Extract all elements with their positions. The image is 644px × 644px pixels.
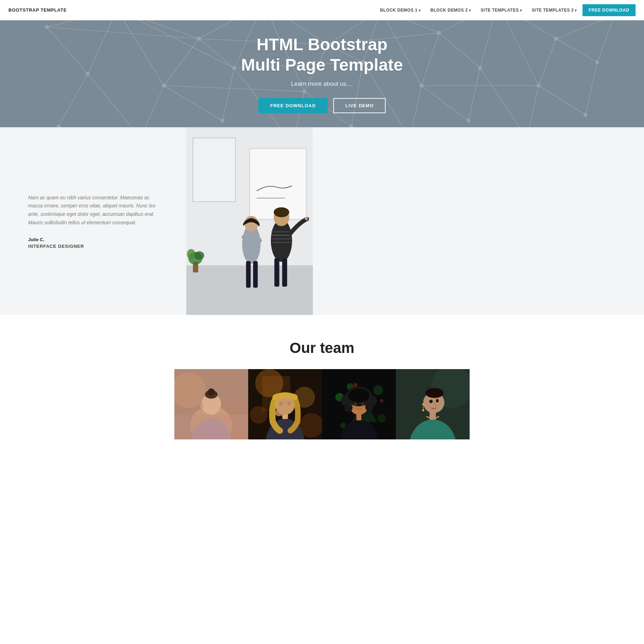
svg-point-113 [200,404,204,408]
svg-line-41 [199,39,234,68]
feature-image-panel [186,127,313,315]
svg-point-134 [353,383,358,387]
svg-point-143 [348,388,369,402]
feature-quote: Nam ac quam eu nibh varius consectetur. … [28,194,165,227]
svg-line-55 [59,74,88,127]
svg-line-40 [164,39,199,85]
svg-point-156 [422,409,424,411]
svg-line-71 [585,62,597,115]
svg-point-92 [274,207,289,217]
hero-live-demo-button[interactable]: LIVE DEMO [333,98,386,113]
svg-line-38 [88,20,117,74]
svg-line-48 [421,33,439,86]
svg-point-154 [422,403,424,405]
svg-line-70 [539,85,585,115]
hero-subtitle: Learn more about us.... [241,80,403,88]
hero-title: HTML Bootstrap Multi Page Template [241,34,403,75]
svg-point-141 [344,404,353,412]
feature-office-illustration [186,127,313,315]
feature-person-role: INTERFACE DESIGNER [28,244,165,249]
svg-line-34 [439,20,498,33]
feature-person-name: Julie C. [28,237,165,242]
svg-point-19 [57,125,60,127]
hero-free-download-button[interactable]: FREE DOWNLOAD [258,98,328,113]
team-photo-1 [174,369,248,439]
navbar-brand: BOOTSTRAP TEMPLATE [8,7,67,13]
team-section: Our team [0,315,644,455]
svg-point-132 [378,414,386,423]
svg-rect-114 [174,415,248,439]
svg-point-130 [373,385,383,395]
svg-line-67 [468,68,480,121]
feature-text-panel: Nam ac quam eu nibh varius consectetur. … [0,127,186,315]
svg-line-56 [88,74,141,127]
svg-point-145 [361,402,364,406]
svg-point-152 [429,400,433,403]
svg-line-69 [527,85,539,127]
team-card-3 [322,369,396,441]
svg-line-49 [439,33,480,68]
svg-line-59 [223,68,234,121]
svg-line-35 [498,20,556,39]
nav-site-templates-2[interactable]: SITE TEMPLATES 2 [528,5,581,15]
svg-point-135 [380,399,384,402]
svg-line-54 [597,20,615,62]
svg-line-66 [421,85,468,121]
svg-line-73 [117,20,234,68]
svg-point-112 [208,388,215,395]
team-photo-2 [248,369,322,439]
svg-point-104 [194,251,204,260]
navbar: BOOTSTRAP TEMPLATE BLOCK DEMOS 1 BLOCK D… [0,0,644,20]
team-card-1 [174,369,248,441]
team-photo-4 [396,369,470,439]
hero-buttons: FREE DOWNLOAD LIVE DEMO [241,98,403,113]
nav-block-demos-2[interactable]: BLOCK DEMOS 2 [426,5,475,15]
svg-rect-82 [193,138,236,201]
hero-section: HTML Bootstrap Multi Page Template Learn… [0,20,644,127]
nav-block-demos-1[interactable]: BLOCK DEMOS 1 [376,5,425,15]
svg-line-58 [164,85,223,121]
svg-line-68 [480,68,527,127]
navbar-free-download-button[interactable]: FREE DOWNLOAD [582,4,636,16]
team-card-4 [396,369,470,441]
feature-section: Nam ac quam eu nibh varius consectetur. … [0,127,644,315]
svg-point-144 [354,402,356,406]
svg-point-142 [365,403,374,411]
svg-rect-100 [253,261,258,288]
svg-line-52 [539,39,556,85]
svg-line-50 [480,20,498,68]
team-photo-3 [322,369,396,439]
svg-point-103 [187,249,195,259]
svg-point-125 [275,410,283,416]
svg-rect-99 [246,261,251,288]
nav-site-templates[interactable]: SITE TEMPLATES [476,5,526,15]
team-section-title: Our team [7,340,637,356]
svg-point-153 [436,399,439,402]
team-card-2 [248,369,322,441]
svg-line-39 [117,20,164,85]
svg-line-51 [498,20,539,85]
navbar-links: BLOCK DEMOS 1 BLOCK DEMOS 2 SITE TEMPLAT… [376,4,636,16]
svg-line-57 [141,85,164,127]
svg-rect-94 [308,217,309,221]
hero-content: HTML Bootstrap Multi Page Template Learn… [234,20,410,127]
svg-rect-96 [282,258,287,287]
svg-line-36 [556,20,615,39]
svg-line-65 [410,85,421,127]
svg-rect-95 [275,258,279,287]
svg-point-151 [425,388,444,398]
svg-line-37 [47,27,88,74]
svg-line-72 [47,27,199,39]
team-grid [164,369,480,441]
svg-line-28 [47,20,117,27]
svg-line-53 [556,39,597,62]
